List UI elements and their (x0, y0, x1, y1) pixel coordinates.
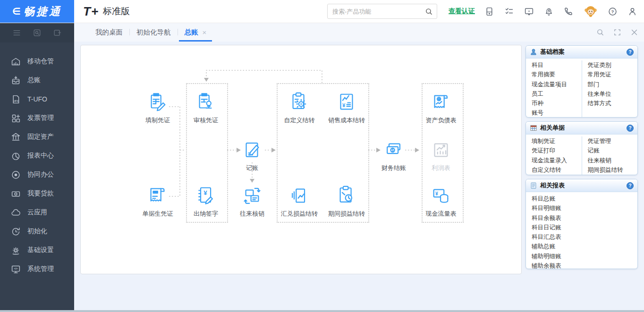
flow-node-label: 单据生凭证 (135, 210, 180, 218)
sidebar-item-ledger[interactable]: 总账 (0, 71, 74, 90)
panel-link-辅助总账[interactable]: 辅助总账 (532, 242, 637, 251)
product-search[interactable] (327, 4, 437, 19)
sidebar-item-invoice[interactable]: 发票管理 (0, 109, 74, 127)
search-icon[interactable] (425, 8, 433, 16)
panel-link-科目余额表[interactable]: 科目余额表 (532, 213, 637, 223)
report-icon (530, 182, 537, 189)
flow-node-bookkeeping[interactable]: 记账 (229, 139, 275, 172)
sidebar-item-warehouse[interactable]: 移动仓管 (0, 52, 74, 71)
flowchart-canvas: 填制凭证审核凭证单据生凭证¥出纳签字记账往来核销自定义结转¥销售成本结转汇兑损益… (80, 45, 522, 274)
new-window-icon[interactable] (53, 28, 62, 37)
flow-node-verification[interactable]: 往来核销 (229, 185, 275, 218)
panel-link-员工[interactable]: 员工 (532, 89, 582, 99)
tab-close-icon[interactable]: × (203, 28, 207, 36)
sidebar-item-settings[interactable]: 基础设置 (0, 241, 74, 260)
panel-title: 基础档案 (540, 48, 565, 56)
panel-link-币种[interactable]: 币种 (532, 99, 582, 108)
panel-link-现金流量录入[interactable]: 现金流量录入 (532, 156, 582, 165)
flow-node-cashflow-sheet[interactable]: ¥现金流量表 (418, 185, 464, 218)
flow-node-balance-sheet[interactable]: 资产负债表 (418, 92, 464, 125)
panel-link-科目日记账[interactable]: 科目日记账 (532, 223, 637, 232)
sidebar-item-cloud[interactable]: 云应用 (0, 203, 74, 222)
cashier-sign-icon: ¥ (183, 185, 229, 209)
product-search-input[interactable] (331, 8, 425, 16)
search-window-icon[interactable] (33, 28, 42, 37)
view-certification-link[interactable]: 查看认证 (449, 7, 475, 16)
message-icon[interactable] (524, 7, 534, 17)
panel-title: 相关单据 (540, 124, 565, 132)
panel-link-科目[interactable]: 科目 (532, 60, 582, 70)
panel-link-自定义结转[interactable]: 自定义结转 (532, 165, 582, 175)
svg-text:</>: </> (14, 267, 18, 270)
flow-node-audit-voucher[interactable]: 审核凭证 (183, 92, 229, 125)
panel-link-凭证管理[interactable]: 凭证管理 (588, 136, 638, 146)
sidebar-item-system[interactable]: </>系统管理 (0, 260, 74, 278)
panel-link-记账[interactable]: 记账 (588, 146, 638, 155)
panel-link-科目汇总表[interactable]: 科目汇总表 (532, 232, 637, 242)
sidebar-item-loan[interactable]: 我要贷款 (0, 184, 74, 203)
panel-link-科目总账[interactable]: 科目总账 (532, 194, 637, 203)
panel-link-部门[interactable]: 部门 (588, 80, 638, 89)
flow-node-custom-carry[interactable]: 自定义结转 (277, 92, 322, 125)
fullscreen-icon[interactable] (613, 28, 621, 36)
panel-link-辅助明细账[interactable]: 辅助明细账 (532, 252, 637, 261)
flow-node-sales-cost-carry[interactable]: ¥销售成本结转 (324, 92, 369, 125)
panel-link-常用摘要[interactable]: 常用摘要 (532, 70, 582, 79)
sidebar-item-tufo[interactable]: UFOT-UFO (0, 90, 74, 109)
panel-link-结算方式[interactable]: 结算方式 (588, 99, 638, 108)
flow-node-finance-close[interactable]: $财务结账 (371, 139, 416, 172)
fill-voucher-icon (135, 92, 180, 115)
user-icon[interactable] (627, 7, 637, 17)
tab-总账[interactable]: 总账× (178, 23, 213, 42)
close-icon[interactable] (630, 28, 638, 36)
calculator-icon[interactable] (484, 7, 494, 17)
panel-link-填制凭证[interactable]: 填制凭证 (532, 136, 582, 146)
mascot-monkey-icon[interactable] (584, 4, 598, 18)
panel-link-凭证类别[interactable]: 凭证类别 (588, 60, 638, 70)
menu-icon[interactable] (12, 28, 21, 37)
panel-link-期间损益结转[interactable]: 期间损益结转 (588, 165, 638, 175)
svg-text:UFO: UFO (13, 100, 19, 102)
panel-help-icon[interactable]: ? (627, 49, 634, 56)
init-icon (10, 226, 21, 236)
flow-node-label: 财务结账 (371, 164, 416, 172)
checklist-icon[interactable] (504, 7, 514, 17)
phone-icon[interactable] (564, 7, 574, 17)
tab-我的桌面[interactable]: 我的桌面 (89, 23, 129, 42)
panel-link-凭证打印[interactable]: 凭证打印 (532, 146, 582, 155)
panel-link-现金流量项目[interactable]: 现金流量项目 (532, 80, 582, 89)
panel-column: 凭证类别常用凭证部门往来单位结算方式 (582, 60, 638, 118)
brand-logo-text: 畅捷通 (24, 4, 62, 19)
panel-link-常用凭证[interactable]: 常用凭证 (588, 70, 638, 79)
sidebar: 移动仓管总账UFOT-UFO发票管理固定资产报表中心协同办公我要贷款云应用初始化… (0, 23, 74, 310)
sidebar-item-reports[interactable]: 报表中心 (0, 146, 74, 165)
sidebar-item-init[interactable]: 初始化 (0, 222, 74, 241)
svg-text:$: $ (391, 148, 394, 152)
panel-header: 相关单据? (526, 122, 637, 135)
tab-label: 初始化导航 (136, 28, 171, 37)
panel-link-科目明细账[interactable]: 科目明细账 (532, 203, 637, 213)
svg-text:¥: ¥ (435, 191, 438, 196)
search-icon[interactable] (596, 28, 604, 36)
bell-icon[interactable] (544, 7, 554, 17)
panel-link-往来核销[interactable]: 往来核销 (588, 156, 638, 165)
panel-header: 相关报表? (526, 179, 637, 192)
flow-node-exchange-carry[interactable]: 汇兑损益结转 (277, 185, 322, 218)
flow-node-fill-voucher[interactable]: 填制凭证 (135, 92, 180, 125)
panel-link-账号[interactable]: 账号 (532, 108, 582, 118)
flow-node-period-carry[interactable]: 期间损益结转 (324, 185, 369, 218)
flow-node-cashier-sign[interactable]: ¥出纳签字 (183, 185, 229, 218)
panel-help-icon[interactable]: ? (627, 125, 634, 132)
brand-logo: ∈ 畅捷通 (0, 0, 74, 23)
panel-help-icon[interactable]: ? (627, 182, 634, 189)
tab-初始化导航[interactable]: 初始化导航 (130, 23, 178, 42)
reports-icon (10, 151, 21, 161)
panel-link-辅助余额表[interactable]: 辅助余额表 (532, 261, 637, 269)
flow-node-doc-to-voucher[interactable]: 单据生凭证 (135, 185, 180, 218)
panel-link-往来单位[interactable]: 往来单位 (588, 89, 638, 99)
warehouse-icon (10, 56, 21, 67)
help-icon[interactable]: ? (608, 7, 618, 17)
sidebar-item-assets[interactable]: 固定资产 (0, 127, 74, 146)
sidebar-item-collab[interactable]: 协同办公 (0, 165, 74, 184)
finance-close-icon: $ (371, 139, 416, 163)
